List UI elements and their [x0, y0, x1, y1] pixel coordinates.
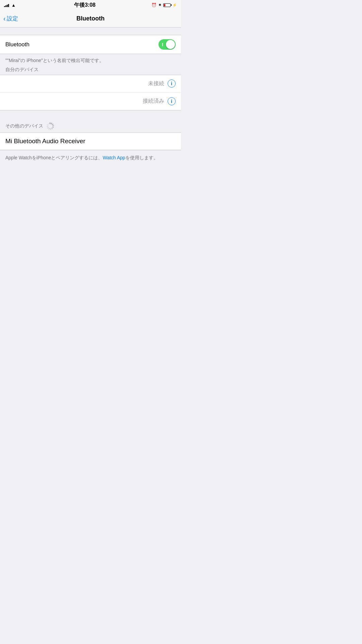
spinner-inner — [47, 122, 54, 130]
info-section: ""Mirai"の iPhone"という名前で検出可能です。 自分のデバイス — [0, 54, 181, 75]
device-2-status: 接続済み — [143, 98, 164, 105]
bluetooth-toggle-section: Bluetooth I — [0, 35, 181, 54]
spinner-dot-7 — [51, 128, 52, 130]
spinner-dot-8 — [49, 128, 50, 130]
bluetooth-toggle-row: Bluetooth I — [0, 35, 181, 54]
signal-bars-icon — [4, 3, 9, 7]
device-1-status: 未接続 — [148, 80, 164, 87]
status-time: 午後3:08 — [74, 2, 96, 9]
other-devices-header: その他のデバイス — [0, 118, 181, 132]
charging-icon: ⚡ — [172, 3, 177, 7]
spinner-dot-4 — [53, 125, 54, 126]
toggle-knob — [166, 40, 175, 49]
toggle-on-icon: I — [162, 42, 163, 47]
nav-bar: ‹ 設定 Bluetooth — [0, 10, 181, 28]
device-row-2[interactable]: 接続済み i — [0, 93, 181, 110]
back-button[interactable]: ‹ 設定 — [3, 15, 18, 22]
mid-gap — [0, 110, 181, 118]
footer-note-text: Apple WatchをiPhoneとペアリングするには、Watch Appを使… — [5, 155, 158, 160]
footer-note: Apple WatchをiPhoneとペアリングするには、Watch Appを使… — [0, 150, 181, 165]
scanning-spinner — [47, 122, 54, 130]
discovered-device-row[interactable]: Mi Bluetooth Audio Receiver — [0, 132, 181, 150]
bluetooth-toggle[interactable]: I — [159, 39, 176, 50]
watch-app-link[interactable]: Watch App — [103, 155, 125, 160]
back-chevron-icon: ‹ — [3, 15, 6, 22]
spinner-dot-5 — [52, 126, 54, 128]
status-right: ⏰ ✴ ⚡ — [152, 3, 177, 7]
spinner-dot-10 — [47, 126, 49, 127]
spinner-dot-3 — [52, 123, 54, 125]
device-row-1[interactable]: 未接続 i — [0, 75, 181, 93]
signal-bar-2 — [5, 5, 6, 7]
bluetooth-label: Bluetooth — [5, 41, 29, 48]
content-area: Bluetooth I ""Mirai"の iPhone"という名前で検出可能で… — [0, 28, 181, 165]
bluetooth-status-icon: ✴ — [158, 3, 162, 7]
status-left: ▲ — [4, 3, 18, 8]
discovered-device-name: Mi Bluetooth Audio Receiver — [5, 138, 85, 145]
status-bar: ▲ 午後3:08 ⏰ ✴ ⚡ — [0, 0, 181, 10]
device-2-info-button[interactable]: i — [168, 97, 176, 105]
detection-info-text: ""Mirai"の iPhone"という名前で検出可能です。 — [5, 57, 176, 64]
back-label: 設定 — [7, 15, 18, 22]
top-gap — [0, 28, 181, 35]
battery-icon — [163, 3, 171, 7]
signal-bar-4 — [8, 4, 9, 7]
other-devices-label: その他のデバイス — [5, 123, 44, 129]
page-title: Bluetooth — [76, 15, 105, 22]
my-devices-section: 未接続 i 接続済み i — [0, 75, 181, 110]
spinner-dot-12 — [48, 123, 50, 125]
wifi-icon: ▲ — [11, 3, 16, 8]
signal-bar-1 — [4, 6, 5, 7]
alarm-icon: ⏰ — [152, 3, 157, 7]
device-1-info-button[interactable]: i — [168, 79, 176, 88]
signal-bar-3 — [7, 5, 8, 7]
my-devices-label: 自分のデバイス — [5, 67, 176, 73]
